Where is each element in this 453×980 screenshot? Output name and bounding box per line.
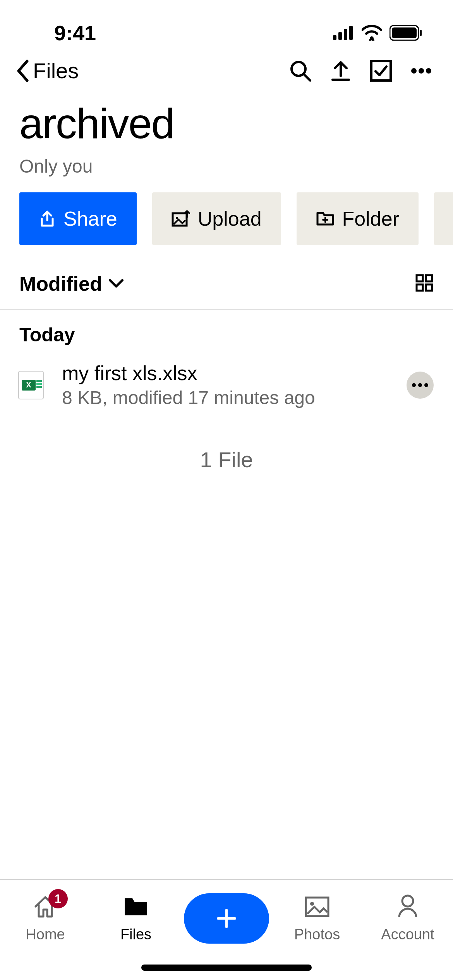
file-name: my first xls.xlsx [62,362,391,385]
sort-row: Modified [0,260,453,310]
folder-button[interactable]: Folder [297,192,419,245]
svg-rect-26 [36,386,42,388]
svg-rect-2 [344,29,347,40]
svg-rect-7 [420,30,422,36]
upload-label: Upload [198,207,262,230]
sort-label: Modified [19,272,102,295]
tab-account-label: Account [381,926,434,943]
svg-point-29 [424,383,428,387]
svg-point-32 [402,896,413,906]
svg-point-13 [419,68,424,74]
upload-nav-button[interactable] [328,58,353,83]
status-bar: 9:41 [0,0,453,50]
svg-text:X: X [26,380,31,389]
svg-point-28 [418,383,422,387]
offline-button[interactable]: Offline [434,192,453,245]
tab-account[interactable]: Account [369,891,446,943]
tab-photos[interactable]: Photos [278,891,356,943]
status-time: 9:41 [54,21,96,45]
svg-rect-24 [36,380,42,382]
back-button[interactable]: Files [15,58,273,83]
sort-button[interactable]: Modified [19,272,124,295]
svg-rect-1 [338,32,342,40]
plus-icon [216,908,237,929]
svg-point-27 [412,383,416,387]
photos-icon [304,895,331,918]
excel-icon: X [17,370,45,401]
svg-line-9 [304,74,310,81]
svg-rect-19 [417,284,423,291]
svg-rect-25 [36,383,42,385]
tab-home-label: Home [26,926,65,943]
action-row: Share Upload Folder Offline [0,192,453,260]
svg-rect-3 [349,26,353,40]
section-header-today: Today [0,310,453,358]
nav-bar: Files [0,50,453,91]
svg-rect-0 [333,35,336,40]
back-label: Files [33,58,79,83]
share-label: Share [63,207,117,230]
svg-point-4 [370,36,374,40]
file-type-icon: X [15,370,46,401]
folder-plus-icon [316,211,335,227]
view-toggle-button[interactable] [415,274,434,294]
svg-rect-11 [371,61,391,81]
tab-home[interactable]: 1 Home [7,891,84,943]
folder-icon [122,895,149,918]
checkbox-icon [370,60,392,82]
share-button[interactable]: Share [19,192,137,245]
more-icon [412,383,429,387]
file-meta: 8 KB, modified 17 minutes ago [62,387,391,408]
file-info: my first xls.xlsx 8 KB, modified 17 minu… [62,362,391,408]
share-icon [39,210,56,227]
svg-rect-6 [392,27,417,38]
more-nav-button[interactable] [409,58,434,83]
home-badge: 1 [48,889,68,908]
svg-point-31 [310,902,314,906]
grid-icon [415,274,434,292]
svg-point-14 [426,68,431,74]
tab-photos-label: Photos [294,926,340,943]
search-icon [289,60,312,82]
folder-label: Folder [342,207,399,230]
page-title: archived [0,91,453,152]
svg-point-12 [411,68,417,74]
file-count: 1 File [0,424,453,495]
select-button[interactable] [369,58,393,83]
search-button[interactable] [288,58,313,83]
chevron-left-icon [15,59,31,82]
wifi-icon [362,25,382,41]
account-icon [396,893,419,920]
upload-icon [329,60,352,82]
file-more-button[interactable] [407,372,434,399]
battery-icon [390,25,422,41]
svg-rect-18 [426,275,432,281]
tab-files[interactable]: Files [97,891,175,943]
image-upload-icon [172,210,190,227]
svg-point-16 [176,217,178,219]
svg-rect-20 [426,284,432,291]
cellular-icon [333,26,354,40]
chevron-down-icon [108,279,124,289]
page-subtitle: Only you [0,152,453,192]
tab-add[interactable] [188,891,265,944]
add-fab[interactable] [184,893,269,944]
upload-button[interactable]: Upload [152,192,281,245]
more-icon [410,67,432,75]
status-icons [333,25,422,41]
svg-rect-17 [417,275,423,281]
file-item[interactable]: X my first xls.xlsx 8 KB, modified 17 mi… [0,358,453,424]
tab-files-label: Files [120,926,151,943]
home-indicator[interactable] [141,965,312,971]
